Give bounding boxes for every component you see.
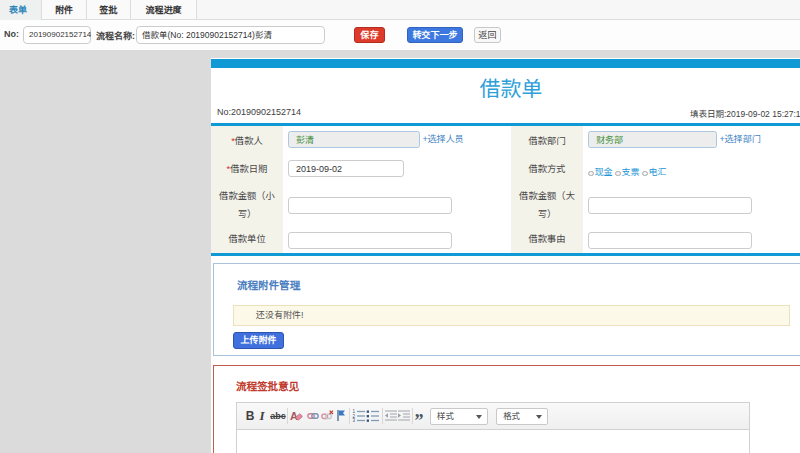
svg-text:3: 3 bbox=[353, 418, 356, 423]
